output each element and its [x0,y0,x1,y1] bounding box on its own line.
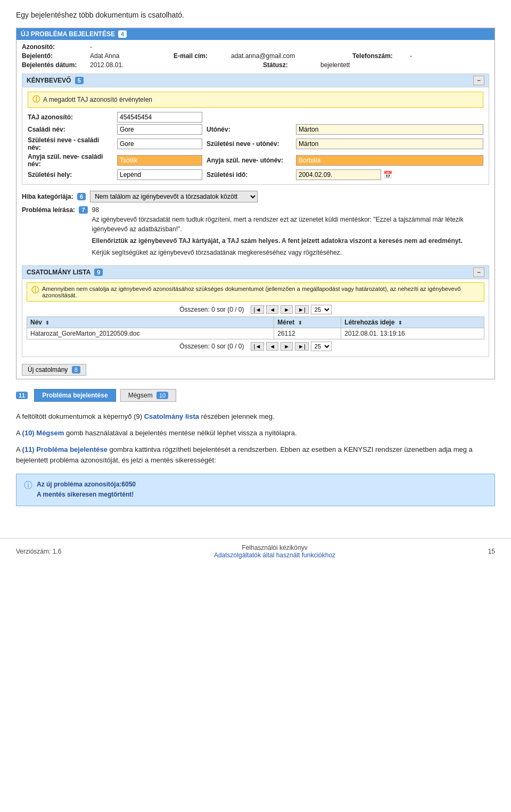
taj-label: TAJ azonosító: [28,113,113,121]
attach-collapse-button[interactable]: − [473,267,484,277]
leiras-text2: Ellenőriztük az igénybevevő TAJ kártyájá… [92,236,489,246]
sort-nev-icon[interactable]: ⇕ [45,320,50,326]
telefon-label: Telefonszám: [352,52,406,60]
body-p3: A (11) Probléma bejelentése gombra katti… [16,444,495,467]
szul-ido-wrapper: 📅 [296,169,483,180]
datum-value: 2012.08.01. [90,61,259,69]
next-page-button[interactable]: ► [281,305,293,314]
attach-content: ⓘ Amennyiben nem csatolja az igénybevevő… [22,279,489,356]
calendar-icon[interactable]: 📅 [383,170,392,179]
attach-table-body: Hatarozat_GoreMarton_20120509.doc 26112 … [27,328,484,339]
anya-csaladi-label: Anyja szül. neve- családi név: [28,153,113,168]
footer-center-line1: Felhasználói kézikönyv [214,544,335,551]
footer-left: Verziószám: 1.6 [16,548,61,555]
success-line2: A mentés sikeresen megtörtént! [37,490,136,500]
szul-csaladi-label: Születési neve - családi név: [28,136,113,151]
anya-utonev-label: Anyja szül. neve- utónév: [207,157,292,164]
szul-utonev-label: Születési neve - utónév: [207,140,292,148]
problem-label-col: Probléma leírása: 7 [22,206,88,259]
last-page-button-bottom[interactable]: ►| [295,342,309,351]
row-nev: Hatarozat_GoreMarton_20120509.doc [27,328,274,339]
azonosito-label: Azonosító: [22,43,86,51]
problem-section: Probléma leírása: 7 98 Az igénybevevő tö… [22,206,489,259]
sort-letrehozas-icon[interactable]: ⇕ [398,320,402,326]
leiras-text3: Kérjük segítségüket az igénybevevő törzs… [92,248,489,257]
bejelentes-button[interactable]: Probléma bejelentése [34,389,116,402]
leiras-badge: 7 [79,206,87,214]
new-attach-badge: 8 [72,366,80,373]
sort-meret-icon[interactable]: ⇕ [298,320,302,326]
problem-content: 98 Az igénybevevő törzsadatát nem tudtuk… [92,206,489,259]
main-form-box: ÚJ PROBLÉMA BEJELENTÉSE 4 Azonosító: - B… [16,28,495,379]
attach-warning-icon: ⓘ [31,286,39,295]
utonev-input[interactable] [296,124,483,135]
prev-page-button[interactable]: ◄ [266,305,278,314]
attach-table-header-row: Név ⇕ Méret ⇕ Létrehozás ideje ⇕ [27,317,484,328]
attach-table-head: Név ⇕ Méret ⇕ Létrehozás ideje ⇕ [27,317,484,328]
leiras-label: Probléma leírása: [22,206,75,214]
last-page-button[interactable]: ►| [295,305,309,314]
taj-warning-box: ⓘ A megadott TAJ azonosító érvénytelen [28,92,483,108]
footer-center-link[interactable]: Adatszolgáltatók által használt funkciók… [214,551,335,559]
kenybevevo-collapse-button[interactable]: − [473,76,484,85]
status-value: bejelentett [320,61,489,69]
bejelento-row: Bejelentő: Adat Anna E-mail cím: adat.an… [22,52,489,60]
status-label: Státusz: [263,61,316,69]
taj-input[interactable] [117,112,202,123]
pagination-top: Összesen: 0 sor (0 / 0) |◄ ◄ ► ►| 25 [27,305,484,314]
email-label: E-mail cím: [174,52,227,60]
hiba-row: Hiba kategóriája: 6 Nem találom az igény… [22,191,489,202]
success-box: ⓘ Az új probléma azonosítója:6050 A ment… [16,474,495,506]
megsem-button[interactable]: Mégsem 10 [120,389,177,402]
first-page-button[interactable]: |◄ [251,305,265,314]
page-footer: Verziószám: 1.6 Felhasználói kézikönyv A… [0,538,511,564]
next-page-button-bottom[interactable]: ► [281,342,293,351]
bejelento-label: Bejelentő: [22,52,86,60]
col-meret: Méret ⇕ [274,317,341,328]
taj-warning-text: A megadott TAJ azonosító érvénytelen [43,96,152,103]
success-line1: Az új probléma azonosítója:6050 [37,480,136,490]
anya-csaladi-input[interactable] [117,155,202,166]
datum-row: Bejelentés dátum: 2012.08.01. Státusz: b… [22,61,489,69]
footer-center-line2: Adatszolgáltatók által használt funkciók… [214,551,335,559]
datum-label: Bejelentés dátum: [22,61,86,69]
attach-header: CSATOLMÁNY LISTA 9 − [22,266,489,279]
first-page-button-bottom[interactable]: |◄ [251,342,265,351]
szul-utonev-input[interactable] [296,139,483,149]
szul-hely-input[interactable] [117,169,202,180]
body-p1: A feltöltött dokumentumok a képernyő (9)… [16,411,495,423]
problem-rows: Probléma leírása: 7 98 Az igénybevevő tö… [22,206,489,259]
hiba-select[interactable]: Nem találom az igénybevevőt a törzsadato… [90,191,258,202]
pagination-text-bottom: Összesen: 0 sor (0 / 0) [179,343,244,350]
anya-utonev-input[interactable] [296,155,483,166]
bottom-buttons: 11 Probléma bejelentése Mégsem 10 [16,389,495,402]
attach-table: Név ⇕ Méret ⇕ Létrehozás ideje ⇕ [27,316,484,339]
csaladi-nev-input[interactable] [117,124,202,135]
azonosito-value: - [90,43,92,51]
prev-page-button-bottom[interactable]: ◄ [266,342,278,351]
page-container: Egy bejelentéshez több dokumentum is csa… [0,0,511,522]
bejelento-value: Adat Anna [90,52,169,60]
kenybevevo-fields: TAJ azonosító: Családi név: Utónév: Szül… [28,112,483,180]
attach-header-left: CSATOLMÁNY LISTA 9 [27,269,103,276]
kenybevevo-title: KÉNYBEVEVŐ [27,77,71,84]
szul-ido-input[interactable] [296,169,381,180]
azonosito-row: Azonosító: - [22,43,489,51]
csaladi-nev-label: Családi név: [28,126,113,133]
form-title: ÚJ PROBLÉMA BEJELENTÉSE [21,30,115,38]
kenybevevo-content: ⓘ A megadott TAJ azonosító érvénytelen T… [22,87,489,184]
kenybevevo-badge: 5 [75,77,84,84]
p2-highlight: (10) Mégsem [22,429,64,437]
form-rows: Azonosító: - Bejelentő: Adat Anna E-mail… [17,40,494,379]
col-letrehozas: Létrehozás ideje ⇕ [341,317,484,328]
per-page-select-top[interactable]: 25 [311,305,332,314]
footer-right: 15 [488,548,495,555]
kenybevevo-header: KÉNYBEVEVŐ 5 − [22,74,489,87]
new-attach-button[interactable]: Új csatolmány 8 [22,364,86,376]
success-icon: ⓘ [24,480,32,491]
attach-title: CSATOLMÁNY LISTA [27,269,90,276]
szul-csaladi-input[interactable] [117,139,202,149]
attach-warning: ⓘ Amennyiben nem csatolja az igénybevevő… [27,282,484,302]
p3-highlight: (11) Probléma bejelentése [22,445,108,453]
per-page-select-bottom[interactable]: 25 [311,342,332,351]
